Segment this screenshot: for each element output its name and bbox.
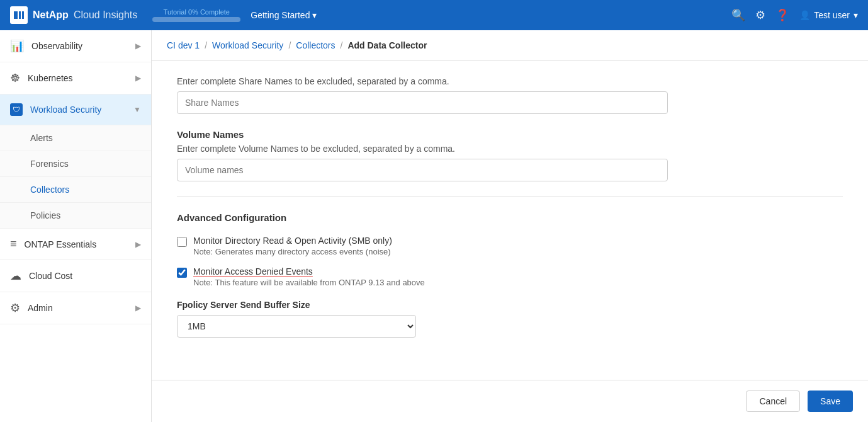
- monitor-access-denied-label[interactable]: Monitor Access Denied Events: [193, 266, 425, 277]
- sidebar-item-workload-security-label: Workload Security: [30, 105, 101, 115]
- monitor-access-denied-row: Monitor Access Denied Events Note: This …: [177, 266, 843, 287]
- sidebar-item-kubernetes[interactable]: ☸ Kubernetes ▶: [0, 62, 151, 94]
- user-chevron-icon: ▾: [854, 10, 858, 20]
- logo: NetApp Cloud Insights: [10, 6, 137, 24]
- sidebar-item-observability-label: Observability: [31, 41, 82, 51]
- tutorial-progress-bar: Tutorial 0% Complete: [152, 8, 240, 22]
- observability-icon: 📊: [10, 39, 24, 53]
- search-icon[interactable]: 🔍: [731, 8, 745, 22]
- monitor-directory-label[interactable]: Monitor Directory Read & Open Activity (…: [193, 236, 392, 246]
- svg-rect-2: [22, 11, 24, 19]
- tutorial-label: Tutorial 0% Complete: [164, 8, 230, 16]
- user-label: Test user: [814, 10, 850, 20]
- admin-icon: ⚙: [10, 301, 20, 315]
- monitor-access-denied-checkbox[interactable]: [177, 268, 187, 278]
- share-names-input[interactable]: [177, 91, 668, 114]
- breadcrumb-current: Add Data Collector: [347, 40, 427, 50]
- breadcrumb-ci-dev[interactable]: CI dev 1: [167, 40, 200, 50]
- breadcrumb-sep-3: /: [341, 40, 343, 50]
- sidebar-item-cloud-cost-label: Cloud Cost: [29, 271, 72, 281]
- ontap-essentials-icon: ≡: [10, 237, 17, 251]
- sidebar-item-admin[interactable]: ⚙ Admin ▶: [0, 292, 151, 324]
- sidebar-item-workload-security[interactable]: 🛡 Workload Security ▼: [0, 94, 151, 125]
- fpolicy-buffer-group: Fpolicy Server Send Buffer Size 1MB 2MB …: [177, 300, 843, 338]
- volume-names-description: Enter complete Volume Names to be exclud…: [177, 144, 843, 154]
- fpolicy-buffer-select[interactable]: 1MB 2MB 4MB 8MB: [177, 315, 416, 338]
- sidebar-subitem-alerts[interactable]: Alerts: [0, 125, 151, 151]
- chevron-down-icon: ▼: [133, 105, 141, 114]
- sidebar-subitem-collectors[interactable]: Collectors: [0, 177, 151, 203]
- user-menu[interactable]: 👤 Test user ▾: [799, 10, 858, 20]
- monitor-directory-row: Monitor Directory Read & Open Activity (…: [177, 236, 843, 256]
- footer-actions: Cancel Save: [152, 380, 868, 422]
- tutorial-progress-track: [152, 17, 240, 22]
- kubernetes-icon: ☸: [10, 71, 20, 85]
- chevron-right-icon-3: ▶: [135, 240, 141, 249]
- sidebar-item-ontap-essentials[interactable]: ≡ ONTAP Essentials ▶: [0, 229, 151, 260]
- sidebar-item-ontap-label: ONTAP Essentials: [25, 239, 97, 249]
- share-names-description: Enter complete Share Names to be exclude…: [177, 76, 843, 86]
- form-content: Enter complete Share Names to be exclude…: [152, 61, 868, 353]
- save-button[interactable]: Save: [808, 391, 853, 412]
- sidebar-item-observability[interactable]: 📊 Observability ▶: [0, 30, 151, 62]
- breadcrumb-workload-security[interactable]: Workload Security: [212, 40, 283, 50]
- workload-security-icon: 🛡: [10, 103, 23, 116]
- advanced-config-title: Advanced Configuration: [177, 212, 843, 223]
- chevron-right-icon-4: ▶: [135, 304, 141, 312]
- svg-rect-1: [19, 11, 21, 19]
- volume-names-title: Volume Names: [177, 129, 843, 140]
- breadcrumb: CI dev 1 / Workload Security / Collector…: [152, 30, 868, 61]
- share-names-field-group: Enter complete Share Names to be exclude…: [177, 76, 843, 114]
- svg-rect-0: [14, 11, 18, 19]
- monitor-access-denied-note: Note: This feature will be available fro…: [193, 278, 425, 287]
- settings-icon[interactable]: ⚙: [755, 8, 765, 22]
- sidebar-subitem-policies[interactable]: Policies: [0, 203, 151, 229]
- sidebar-item-admin-label: Admin: [28, 303, 53, 313]
- product-name: Cloud Insights: [74, 9, 137, 21]
- sidebar-subitem-forensics[interactable]: Forensics: [0, 151, 151, 177]
- nav-icons: 🔍 ⚙ ❓ 👤 Test user ▾: [731, 8, 858, 22]
- chevron-right-icon-2: ▶: [135, 74, 141, 83]
- monitor-directory-checkbox[interactable]: [177, 237, 187, 247]
- sidebar-item-kubernetes-label: Kubernetes: [28, 73, 73, 83]
- netapp-logo-icon: [10, 6, 28, 24]
- breadcrumb-sep-2: /: [288, 40, 291, 50]
- user-avatar-icon: 👤: [799, 10, 810, 20]
- advanced-configuration-section: Advanced Configuration Monitor Directory…: [177, 212, 843, 338]
- help-icon[interactable]: ❓: [775, 8, 789, 22]
- section-divider: [177, 197, 843, 197]
- getting-started-button[interactable]: Getting Started ▾: [251, 10, 317, 20]
- breadcrumb-sep-1: /: [205, 40, 207, 50]
- cloud-cost-icon: ☁: [10, 269, 21, 283]
- chevron-right-icon: ▶: [135, 42, 141, 50]
- cancel-button[interactable]: Cancel: [746, 391, 800, 412]
- main-content: CI dev 1 / Workload Security / Collector…: [152, 30, 868, 422]
- breadcrumb-collectors[interactable]: Collectors: [296, 40, 335, 50]
- workload-security-submenu: Alerts Forensics Collectors Policies: [0, 125, 151, 229]
- brand-name: NetApp: [33, 9, 69, 21]
- top-navigation: NetApp Cloud Insights Tutorial 0% Comple…: [0, 0, 868, 30]
- sidebar-item-cloud-cost[interactable]: ☁ Cloud Cost: [0, 260, 151, 292]
- volume-names-input[interactable]: [177, 159, 668, 181]
- monitor-directory-note: Note: Generates many directory access ev…: [193, 247, 392, 256]
- fpolicy-buffer-label: Fpolicy Server Send Buffer Size: [177, 300, 843, 310]
- monitor-access-denied-label-text: Monitor Access Denied Events: [193, 266, 313, 277]
- sidebar: 📊 Observability ▶ ☸ Kubernetes ▶ 🛡 Workl…: [0, 30, 152, 422]
- volume-names-field-group: Volume Names Enter complete Volume Names…: [177, 129, 843, 181]
